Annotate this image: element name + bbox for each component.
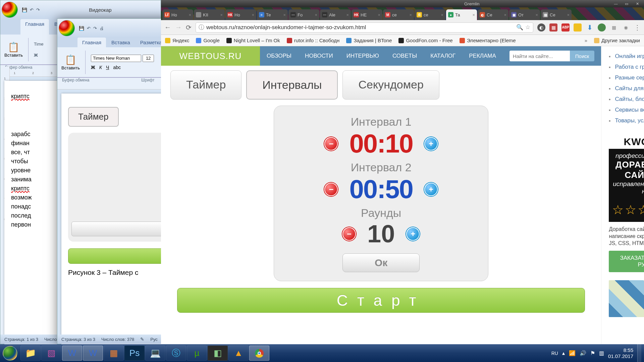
interval1-plus-button[interactable]: + (424, 137, 438, 150)
office-button-icon[interactable] (2, 2, 18, 18)
chevron-up-icon[interactable]: ▴ (562, 350, 565, 356)
chrome-tab[interactable]: НКНE× (352, 9, 382, 20)
bookmarks-more[interactable]: » (585, 38, 587, 43)
font-size-input[interactable] (143, 55, 154, 62)
banner-image[interactable] (609, 280, 644, 317)
sidebar-link[interactable]: Сайты, блоги (609, 94, 644, 105)
nav-link[interactable]: НОВОСТИ (305, 53, 333, 59)
chrome-tab[interactable]: Ясе× (415, 9, 445, 20)
undo-icon[interactable]: ↶ (87, 26, 91, 31)
save-icon[interactable]: 💾 (79, 26, 84, 31)
print-icon[interactable]: 🖨 (100, 26, 104, 31)
sidebar-link[interactable]: Онлайн игры (609, 51, 644, 62)
redo-icon[interactable]: ↷ (36, 7, 40, 12)
chrome-tab[interactable]: ⋯Fo× (288, 9, 319, 20)
close-tab-icon[interactable]: × (567, 12, 570, 17)
tab-intervals[interactable]: Интервалы (246, 70, 338, 100)
paste-icon[interactable]: 📋 (4, 42, 23, 53)
chrome-tab[interactable]: KII× (194, 9, 225, 20)
nav-link[interactable]: РЕКЛАМА (469, 53, 496, 59)
tray-icon[interactable]: ▥ (599, 350, 604, 356)
utorrent-icon[interactable]: µ (187, 346, 207, 361)
chrome-tab[interactable]: ⋯Ale× (320, 9, 351, 20)
bold-button[interactable]: Ж (91, 65, 95, 70)
volume-icon[interactable]: 🔊 (580, 350, 586, 356)
back-button[interactable]: ← (164, 23, 171, 31)
url-box[interactable]: ⓘ webtous.ru/raznoe/onlajn-sekundomer-i-… (196, 22, 533, 33)
spellcheck-icon[interactable]: ✎ (140, 337, 144, 342)
star-icon[interactable]: ☆ (525, 24, 530, 31)
ext-icon[interactable] (598, 23, 606, 32)
chrome-tab[interactable]: ▣От× (509, 9, 540, 20)
underline-button[interactable]: Ч (106, 65, 109, 70)
sidebar-link[interactable]: Сервисы веб-мастеру (609, 105, 644, 115)
nav-link[interactable]: СОВЕТЫ (392, 53, 417, 59)
close-tab-icon[interactable]: × (504, 12, 506, 17)
forward-button[interactable]: → (175, 23, 182, 31)
ok-button[interactable]: Ок (342, 253, 420, 272)
tab-timer[interactable]: Таймер (170, 70, 241, 100)
sidebar-link[interactable]: Сайты для детей (609, 83, 644, 94)
close-tab-icon[interactable]: × (346, 12, 349, 17)
close-tab-icon[interactable]: × (315, 12, 317, 17)
device-icon[interactable]: 💻 (145, 346, 165, 361)
maximize-button[interactable]: ▭ (622, 1, 632, 7)
chrome-tab[interactable]: Mсе× (383, 9, 414, 20)
tab-insert[interactable]: Вставка (107, 38, 135, 47)
start-button[interactable] (0, 344, 20, 362)
skype-icon[interactable]: Ⓢ (166, 346, 186, 361)
adblock-icon[interactable]: ABP (561, 23, 570, 32)
kwork-cta-button[interactable]: ЗАКАЗАТЬ ЗА 500 РУБ. (609, 251, 644, 272)
undo-icon[interactable]: ↶ (30, 7, 34, 12)
italic-button[interactable]: К (99, 65, 102, 70)
paste-icon[interactable]: 📋 (61, 54, 80, 65)
ext-icon[interactable]: ◉ (622, 23, 630, 32)
nav-link[interactable]: ОБЗОРЫ (267, 53, 291, 59)
ext-icon[interactable]: ▦ (549, 23, 557, 32)
chrome-icon[interactable] (249, 346, 269, 361)
nav-link[interactable]: КАТАЛОГ (430, 53, 455, 59)
zoom-icon[interactable]: 🔍 (516, 24, 523, 31)
ext-icon[interactable] (574, 23, 582, 32)
interval2-plus-button[interactable]: + (424, 183, 438, 196)
site-search-button[interactable]: Поиск (570, 51, 595, 61)
rounds-minus-button[interactable]: − (342, 227, 356, 241)
nav-link[interactable]: ИНТЕРВЬЮ (346, 53, 379, 59)
close-tab-icon[interactable]: × (189, 12, 191, 17)
bookmark-item[interactable]: Night Lovell – I'm Ok (226, 38, 280, 43)
network-icon[interactable]: 📶 (569, 350, 576, 356)
close-tab-icon[interactable]: × (409, 12, 412, 17)
bookmark-item[interactable]: Google (196, 38, 219, 43)
chrome-tab[interactable]: ▤Се× (541, 9, 572, 20)
explorer-icon[interactable]: 📁 (20, 346, 41, 361)
photoshop-icon[interactable]: Ps (124, 346, 145, 361)
word-icon[interactable]: W (62, 346, 82, 361)
sidebar-link[interactable]: Работа с графикой (609, 62, 644, 72)
ext-icon[interactable]: ⬇ (586, 23, 594, 32)
kwork-banner[interactable]: KWORK профессиональная ДОРАБОТКА САЙТОВ … (609, 135, 644, 222)
close-button[interactable]: ✕ (632, 1, 642, 7)
chrome-tab[interactable]: ≡Те× (257, 9, 288, 20)
redo-icon[interactable]: ↷ (93, 26, 97, 31)
close-tab-icon[interactable]: × (472, 12, 475, 17)
office-button-icon[interactable] (59, 20, 75, 36)
ext-icon[interactable]: ◐ (537, 23, 545, 32)
close-tab-icon[interactable]: × (535, 12, 538, 17)
strike-button[interactable]: abc (113, 65, 121, 70)
other-bookmarks[interactable]: Другие закладки (594, 38, 640, 43)
bookmark-item[interactable]: Яндекс (165, 38, 189, 43)
bookmark-item[interactable]: Задания | BTone (346, 38, 392, 43)
interval1-minus-button[interactable]: − (324, 137, 338, 150)
flag-icon[interactable]: ⚑ (590, 350, 595, 356)
close-tab-icon[interactable]: × (220, 12, 223, 17)
bookmark-item[interactable]: Элементарно (Eleme (460, 38, 516, 43)
bookmark-item[interactable]: rutor.info :: Свободн (287, 38, 340, 43)
bookmark-item[interactable]: GoodFon.com - Free (398, 38, 452, 43)
chrome-tab[interactable]: LFНо× (162, 9, 193, 20)
tray-clock[interactable]: 8:55 01.07.2017 (608, 347, 633, 359)
interval2-minus-button[interactable]: − (324, 183, 338, 196)
minimize-button[interactable]: — (611, 1, 621, 7)
start-button[interactable]: Старт (177, 288, 585, 313)
tab-home[interactable]: Главная (20, 19, 49, 35)
site-logo[interactable]: WEBTOUS.RU (161, 46, 260, 66)
